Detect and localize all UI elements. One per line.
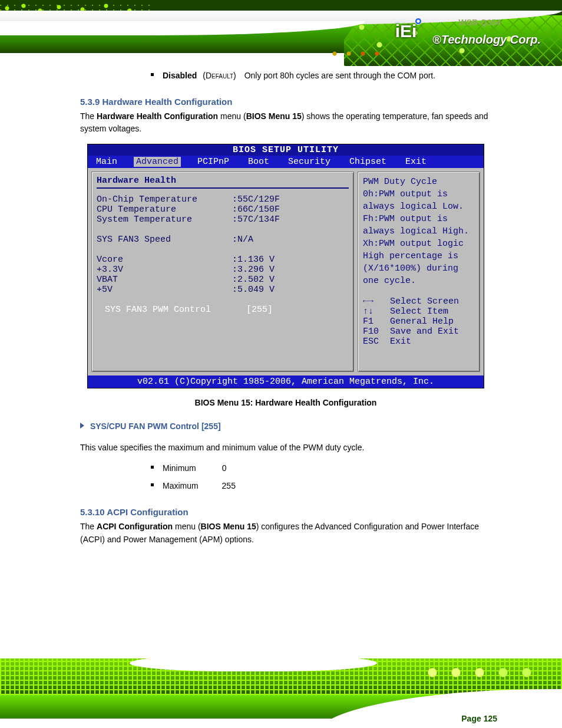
bios-footer: v02.61 (C)Copyright 1985-2006, American … xyxy=(88,375,484,388)
bios-panel-title: Hardware Health xyxy=(97,176,349,189)
bios-help-panel: PWM Duty Cycle 0h:PWM output is always l… xyxy=(358,172,480,372)
list-item: Maximum 255 xyxy=(80,480,491,493)
page-header-banner: iEi ®Technology Corp. WSB-Q354 xyxy=(0,0,562,66)
option-heading: SYS/CPU FAN PWM Control [255] xyxy=(80,420,491,433)
option-text: Only port 80h cycles are sent through th… xyxy=(239,71,436,80)
key-icon: ←→ xyxy=(363,297,390,307)
bios-help-line: PWM Duty Cycle xyxy=(363,177,475,187)
page-footer-banner: Page 125 xyxy=(0,658,562,728)
bios-row: Vcore:1.136 V xyxy=(97,255,349,265)
bios-row: SYS FAN3 Speed:N/A xyxy=(97,235,349,245)
option-min-val: 0 xyxy=(199,463,227,473)
bullet-icon xyxy=(151,483,154,486)
brand-text: ®Technology Corp. xyxy=(432,33,541,47)
list-item: Disabled (Default) Only port 80h cycles … xyxy=(80,70,491,83)
key-icon: ESC xyxy=(363,337,390,347)
bios-row: +3.3V:3.296 V xyxy=(97,265,349,275)
brand-logo: iEi xyxy=(385,18,427,45)
bios-tab-pcipnp[interactable]: PCIPnP xyxy=(195,157,232,167)
option-label: Disabled xyxy=(163,71,197,80)
bios-help-line: High percentage is xyxy=(363,251,475,261)
option-max-val: 255 xyxy=(201,481,236,490)
bios-title: BIOS SETUP UTILITY xyxy=(88,144,484,156)
option-min-label: Minimum xyxy=(163,463,196,473)
bios-help-line: Xh:PWM output logic xyxy=(363,239,475,249)
section-paragraph: The ACPI Configuration menu (BIOS Menu 1… xyxy=(80,521,491,546)
bios-help-line: 0h:PWM output is xyxy=(363,189,475,199)
bios-tab-main[interactable]: Main xyxy=(94,157,120,167)
page-number: Page 125 xyxy=(461,714,497,723)
section-heading: 5.3.9 Hardware Health Configuration xyxy=(80,97,491,107)
bullet-icon xyxy=(151,73,154,76)
bios-row: System Temperature:57C/134F xyxy=(97,215,349,225)
document-body: Disabled (Default) Only port 80h cycles … xyxy=(0,70,562,554)
bios-tab-chipset[interactable]: Chipset xyxy=(347,157,389,167)
bios-row: CPU Temperature:66C/150F xyxy=(97,205,349,215)
bios-row: VBAT:2.502 V xyxy=(97,275,349,285)
option-default: (Default) xyxy=(199,71,236,80)
bios-tab-security[interactable]: Security xyxy=(286,157,333,167)
key-icon: ↑↓ xyxy=(363,307,390,317)
bios-tab-boot[interactable]: Boot xyxy=(246,157,272,167)
bios-help-line: Fh:PWM output is xyxy=(363,214,475,224)
bios-screenshot: BIOS SETUP UTILITY Main Advanced PCIPnP … xyxy=(87,144,484,388)
arrow-icon xyxy=(80,423,84,429)
bios-help-line: always logical Low. xyxy=(363,202,475,212)
bios-row: On-Chip Temperature:55C/129F xyxy=(97,195,349,205)
document-model: WSB-Q354 xyxy=(458,18,501,27)
section-heading: 5.3.10 ACPI Configuration xyxy=(80,507,491,517)
bios-tab-bar: Main Advanced PCIPnP Boot Security Chips… xyxy=(88,156,484,168)
bios-tab-exit[interactable]: Exit xyxy=(403,157,429,167)
bios-help-line: one cycle. xyxy=(363,276,475,286)
list-item: Minimum 0 xyxy=(80,462,491,475)
bullet-icon xyxy=(151,466,154,469)
bios-left-panel: Hardware Health On-Chip Temperature:55C/… xyxy=(91,172,354,372)
section-paragraph: The Hardware Health Configuration menu (… xyxy=(80,110,491,136)
bios-row: +5V:5.049 V xyxy=(97,285,349,295)
key-icon: F10 xyxy=(363,327,390,337)
bios-key-legend: ←→Select Screen ↑↓Select Item F1General … xyxy=(363,297,475,347)
key-icon: F1 xyxy=(363,317,390,327)
bios-tab-advanced[interactable]: Advanced xyxy=(134,157,181,167)
bios-help-line: (X/16*100%) during xyxy=(363,263,475,274)
option-max-label: Maximum xyxy=(163,481,199,490)
figure-caption: BIOS Menu 15: Hardware Health Configurat… xyxy=(80,398,491,407)
bios-selected-row[interactable]: SYS FAN3 PWM Control [255] xyxy=(97,305,349,315)
logo-dot-icon xyxy=(415,18,422,25)
bios-help-line: always logical High. xyxy=(363,226,475,236)
option-paragraph: This value specifies the maximum and min… xyxy=(80,442,491,454)
